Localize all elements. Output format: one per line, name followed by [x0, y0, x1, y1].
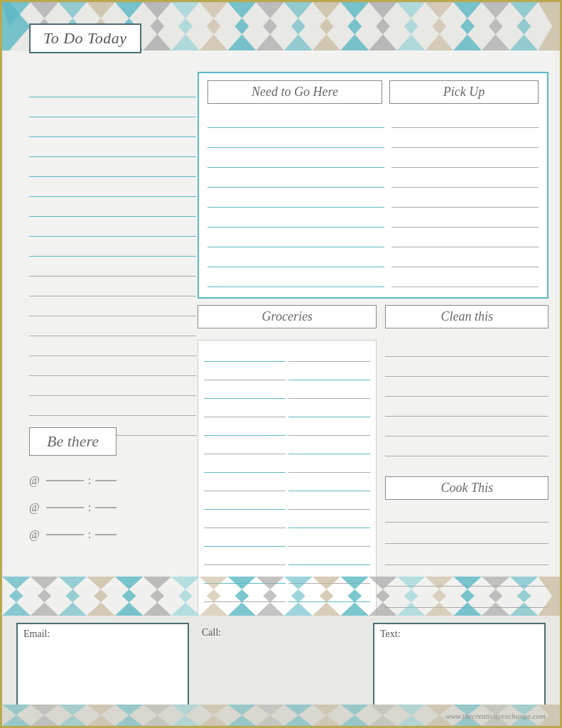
todo-line[interactable] [29, 278, 196, 296]
svg-marker-17 [369, 2, 397, 50]
need-to-go-label: Need to Go Here [207, 80, 382, 104]
grocery-line[interactable] [288, 476, 370, 491]
todo-line[interactable] [29, 358, 196, 376]
go-line[interactable] [207, 210, 384, 228]
grocery-line[interactable] [204, 439, 286, 454]
todo-line[interactable] [29, 318, 196, 336]
svg-marker-38 [397, 577, 426, 616]
pickup-line[interactable] [391, 131, 539, 148]
at-symbol-2: @ [29, 501, 42, 514]
pickup-line[interactable] [391, 270, 539, 287]
grocery-line[interactable] [204, 420, 286, 436]
grocery-line[interactable] [204, 383, 286, 399]
svg-marker-39 [425, 577, 453, 616]
at-row-2[interactable]: @ : [29, 497, 117, 518]
email-label: Email: [23, 628, 182, 640]
go-line[interactable] [207, 111, 384, 128]
grocery-line[interactable] [288, 439, 370, 454]
grocery-line[interactable] [204, 494, 286, 510]
svg-marker-35 [313, 577, 341, 616]
todo-line[interactable] [29, 338, 196, 356]
grocery-line[interactable] [204, 476, 286, 491]
todo-line[interactable] [29, 159, 196, 177]
grocery-line[interactable] [204, 346, 286, 362]
todo-line[interactable] [29, 198, 196, 217]
todo-line[interactable] [29, 218, 196, 237]
svg-marker-15 [313, 2, 341, 50]
at-row-3[interactable]: @ : [29, 524, 117, 545]
pickup-line[interactable] [391, 250, 539, 267]
go-line[interactable] [207, 250, 384, 267]
svg-marker-27 [87, 577, 115, 616]
grocery-line[interactable] [204, 457, 286, 473]
grocery-line[interactable] [288, 383, 370, 399]
go-line[interactable] [207, 171, 384, 188]
grocery-line[interactable] [288, 513, 370, 528]
svg-marker-10 [171, 2, 200, 50]
at-row-1[interactable]: @ : [29, 470, 117, 491]
grocery-line[interactable] [288, 402, 370, 417]
clean-line[interactable] [385, 419, 549, 437]
pickup-line[interactable] [391, 230, 539, 247]
pick-up-label: Pick Up [389, 80, 539, 104]
grocery-line[interactable] [204, 513, 286, 528]
colon-3: : [88, 528, 91, 541]
cook-line[interactable] [385, 548, 549, 565]
go-line[interactable] [207, 131, 384, 148]
pickup-line[interactable] [391, 191, 539, 208]
pickup-line[interactable] [391, 111, 539, 128]
grocery-line[interactable] [288, 531, 370, 547]
pickup-line[interactable] [391, 151, 539, 168]
clean-line[interactable] [385, 380, 549, 397]
svg-marker-29 [143, 577, 171, 616]
grocery-line[interactable] [204, 402, 286, 417]
grocery-line[interactable] [288, 420, 370, 436]
grocery-line[interactable] [288, 550, 370, 565]
svg-marker-33 [256, 577, 284, 616]
todo-line[interactable] [29, 238, 196, 257]
go-pickup-outer: Need to Go Here Pick Up [198, 72, 549, 299]
todo-line[interactable] [29, 378, 196, 396]
svg-marker-12 [228, 2, 256, 50]
go-pickup-content [207, 111, 539, 290]
todo-line[interactable] [29, 178, 196, 197]
todo-line[interactable] [29, 119, 196, 137]
grocery-line[interactable] [204, 365, 286, 380]
grocery-line[interactable] [204, 531, 286, 547]
pickup-line[interactable] [391, 171, 539, 188]
clean-line[interactable] [385, 439, 549, 456]
svg-marker-42 [510, 577, 539, 616]
go-line[interactable] [207, 230, 384, 247]
grocery-line[interactable] [288, 457, 370, 473]
go-line[interactable] [207, 191, 384, 208]
cook-line[interactable] [385, 505, 549, 523]
grocery-line[interactable] [288, 346, 370, 362]
be-there-section: Be there @ : @ : @ : [29, 427, 117, 551]
todo-line[interactable] [29, 298, 196, 316]
grocery-line[interactable] [288, 494, 370, 510]
at-line-1 [46, 480, 84, 481]
clean-line[interactable] [385, 400, 549, 417]
grocery-line[interactable] [204, 550, 286, 565]
todo-line[interactable] [29, 79, 196, 97]
svg-marker-20 [453, 2, 482, 50]
clean-line[interactable] [385, 360, 549, 377]
todo-line[interactable] [29, 99, 196, 117]
svg-marker-23 [538, 2, 560, 50]
colon-1: : [88, 474, 91, 487]
svg-marker-30 [171, 577, 200, 616]
todo-line[interactable] [29, 258, 196, 277]
pickup-line[interactable] [391, 210, 539, 228]
todo-line[interactable] [29, 397, 196, 416]
go-line[interactable] [207, 151, 384, 168]
cook-line[interactable] [385, 527, 549, 544]
svg-marker-22 [510, 2, 539, 50]
clean-line[interactable] [385, 340, 549, 357]
svg-marker-24 [2, 577, 31, 616]
svg-marker-31 [200, 577, 228, 616]
grocery-line[interactable] [288, 365, 370, 380]
go-line[interactable] [207, 270, 384, 287]
svg-marker-14 [284, 2, 313, 50]
svg-marker-32 [228, 577, 256, 616]
todo-line[interactable] [29, 139, 196, 157]
